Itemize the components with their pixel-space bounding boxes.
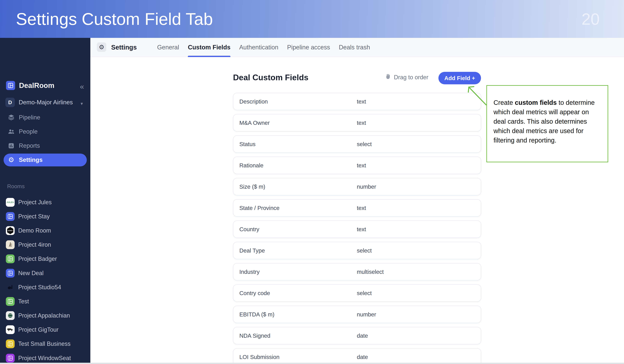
- room-name: Project Jules: [18, 199, 52, 206]
- jules-logo: JULES: [6, 198, 15, 207]
- golfer-logo: [6, 240, 15, 249]
- room-name: Project GigTour: [18, 326, 58, 333]
- custom-field-row[interactable]: NDA Signeddate: [233, 327, 481, 344]
- field-name: Rationale: [233, 162, 357, 169]
- annotation-note: Create custom fields to determine which …: [486, 85, 608, 162]
- rooms-list: JULESProject JulesProject StayDEMODemo R…: [0, 195, 90, 364]
- custom-field-row[interactable]: LOI Submissiondate: [233, 348, 481, 364]
- room-item[interactable]: Project Badger: [0, 252, 90, 266]
- room-name: Test: [18, 298, 29, 305]
- org-switcher[interactable]: D Demo-Major Airlines: [5, 98, 73, 107]
- field-name: EBITDA ($ m): [233, 311, 357, 318]
- window-pane-icon: [6, 269, 15, 278]
- room-name: Project Studio54: [18, 284, 61, 291]
- room-item[interactable]: JULESProject Jules: [0, 195, 90, 209]
- page-number: 20: [582, 10, 600, 28]
- tab-general[interactable]: General: [157, 38, 179, 57]
- field-type: number: [357, 311, 376, 318]
- hand-icon: [385, 74, 391, 81]
- field-type: date: [357, 333, 368, 339]
- app-window: Settings Custom Field Tab 20 DealRoom « …: [0, 0, 624, 364]
- field-name: Size ($ m): [233, 183, 357, 190]
- window-pane-icon: [6, 255, 15, 263]
- custom-field-row[interactable]: Descriptiontext: [233, 93, 481, 110]
- drag-to-order-label: Drag to order: [394, 74, 428, 81]
- sidebar-item-label: Settings: [19, 156, 43, 163]
- deal-custom-fields-title: Deal Custom Fields: [233, 73, 309, 82]
- custom-field-row[interactable]: EBITDA ($ m)number: [233, 306, 481, 323]
- room-name: Demo Room: [18, 227, 51, 234]
- custom-field-row[interactable]: Size ($ m)number: [233, 178, 481, 195]
- sidebar: DealRoom « D Demo-Major Airlines ▾ Pipel…: [0, 38, 90, 364]
- custom-field-row[interactable]: Industrymultiselect: [233, 263, 481, 281]
- room-name: New Deal: [18, 270, 44, 277]
- bar-chart-icon: [7, 142, 15, 149]
- field-type: text: [357, 162, 366, 169]
- custom-field-row[interactable]: Countrytext: [233, 221, 481, 238]
- custom-field-row[interactable]: M&A Ownertext: [233, 114, 481, 131]
- room-item[interactable]: DEMODemo Room: [0, 223, 90, 237]
- room-item[interactable]: Project Appalachian: [0, 309, 90, 323]
- tab-deals-trash[interactable]: Deals trash: [339, 38, 370, 57]
- org-name: Demo-Major Airlines: [19, 99, 73, 106]
- room-item[interactable]: Project Stay: [0, 209, 90, 223]
- room-item[interactable]: Project 4iron: [0, 238, 90, 252]
- collapse-sidebar-icon[interactable]: «: [80, 82, 83, 91]
- tab-custom-fields[interactable]: Custom Fields: [188, 38, 231, 57]
- field-type: select: [357, 141, 372, 147]
- field-name: Description: [233, 98, 357, 105]
- field-name: LOI Submission: [233, 354, 357, 360]
- room-name: Project WindowSeat: [18, 355, 71, 362]
- sidebar-item-pipeline[interactable]: Pipeline: [0, 110, 90, 125]
- window-bottom-edge: [0, 363, 624, 364]
- custom-field-row[interactable]: State / Provincetext: [233, 199, 481, 217]
- settings-tabbar: ⚙ Settings GeneralCustom FieldsAuthentic…: [90, 38, 624, 57]
- room-item[interactable]: Test: [0, 294, 90, 309]
- settings-title: Settings: [111, 38, 137, 57]
- globe-logo: [6, 311, 15, 320]
- custom-field-row[interactable]: Statusselect: [233, 135, 481, 153]
- gear-icon: ⚙: [99, 44, 104, 50]
- field-name: State / Province: [233, 205, 357, 211]
- field-type: date: [357, 354, 368, 360]
- page-title: Settings Custom Field Tab: [16, 9, 213, 29]
- custom-field-row[interactable]: Deal Typeselect: [233, 242, 481, 259]
- sidebar-item-settings[interactable]: ⚙Settings: [0, 153, 90, 167]
- chevron-down-icon[interactable]: ▾: [81, 101, 83, 106]
- field-type: select: [357, 247, 372, 254]
- settings-tabs: GeneralCustom FieldsAuthenticationPipeli…: [157, 38, 370, 57]
- field-type: text: [357, 120, 366, 126]
- room-item[interactable]: Project GigTour: [0, 323, 90, 337]
- studio54-logo: [6, 283, 15, 292]
- tab-pipeline-access[interactable]: Pipeline access: [287, 38, 330, 57]
- sidebar-item-people[interactable]: People: [0, 125, 90, 139]
- field-name: Status: [233, 141, 357, 147]
- org-avatar: D: [5, 98, 15, 107]
- window-pane-icon: [6, 297, 15, 306]
- tab-authentication[interactable]: Authentication: [239, 38, 278, 57]
- people-icon: [7, 128, 15, 135]
- window-pane-icon: [6, 212, 15, 221]
- room-name: Project Appalachian: [18, 312, 70, 319]
- field-name: Country: [233, 226, 357, 233]
- field-name: NDA Signed: [233, 333, 357, 339]
- field-type: number: [357, 183, 376, 190]
- dealroom-logo: [6, 81, 15, 90]
- room-item[interactable]: Project Studio54: [0, 280, 90, 294]
- custom-field-row[interactable]: Rationaletext: [233, 157, 481, 174]
- room-item[interactable]: Test Small Business: [0, 337, 90, 351]
- room-item[interactable]: Project WindowSeat: [0, 351, 90, 364]
- custom-fields-list: DescriptiontextM&A OwnertextStatusselect…: [233, 93, 481, 364]
- room-item[interactable]: New Deal: [0, 266, 90, 280]
- app-name: DealRoom: [19, 81, 54, 90]
- sidebar-item-label: Pipeline: [19, 114, 40, 121]
- window-pane-icon: [6, 354, 15, 363]
- room-name: Project Stay: [18, 213, 50, 220]
- sidebar-item-label: People: [19, 128, 38, 135]
- primary-nav: PipelinePeopleReports⚙Settings: [0, 110, 90, 167]
- app-logo-row: DealRoom: [6, 81, 54, 90]
- field-type: select: [357, 290, 372, 296]
- custom-field-row[interactable]: Contry codeselect: [233, 284, 481, 302]
- sidebar-item-reports[interactable]: Reports: [0, 139, 90, 153]
- window-pane-icon: [6, 339, 15, 348]
